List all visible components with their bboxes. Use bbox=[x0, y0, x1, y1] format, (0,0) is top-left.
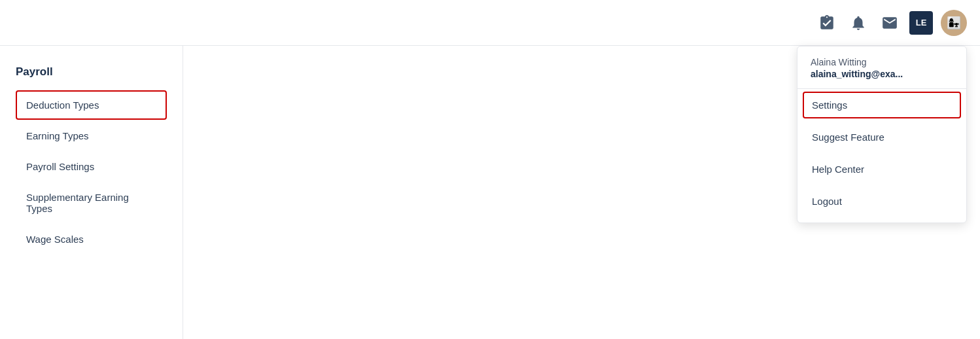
user-dropdown-menu: Alaina Witting alaina_witting@exa... Set… bbox=[797, 46, 967, 223]
notifications-icon[interactable] bbox=[847, 11, 870, 35]
sidebar-item-deduction-types[interactable]: Deduction Types bbox=[16, 90, 167, 120]
sidebar-item-supplementary-earning-types[interactable]: Supplementary Earning Types bbox=[16, 183, 167, 223]
sidebar-item-wage-scales[interactable]: Wage Scales bbox=[16, 224, 167, 254]
messages-icon[interactable] bbox=[878, 11, 901, 35]
header: LE 👩‍👧 bbox=[0, 0, 980, 46]
sidebar-section-title: Payroll bbox=[16, 65, 167, 79]
sidebar: Payroll Deduction Types Earning Types Pa… bbox=[0, 46, 183, 339]
dropdown-item-settings[interactable]: Settings bbox=[803, 92, 961, 118]
dropdown-item-help-center[interactable]: Help Center bbox=[797, 153, 966, 185]
tasks-icon[interactable] bbox=[815, 11, 839, 35]
sidebar-item-earning-types[interactable]: Earning Types bbox=[16, 121, 167, 151]
dropdown-item-logout[interactable]: Logout bbox=[797, 185, 966, 217]
avatar-initials[interactable]: LE bbox=[909, 11, 933, 35]
dropdown-user-name: Alaina Witting bbox=[797, 57, 966, 69]
avatar-photo[interactable]: 👩‍👧 bbox=[941, 10, 967, 36]
dropdown-user-email: alaina_witting@exa... bbox=[797, 69, 966, 89]
sidebar-item-payroll-settings[interactable]: Payroll Settings bbox=[16, 152, 167, 181]
dropdown-item-suggest-feature[interactable]: Suggest Feature bbox=[797, 121, 966, 153]
